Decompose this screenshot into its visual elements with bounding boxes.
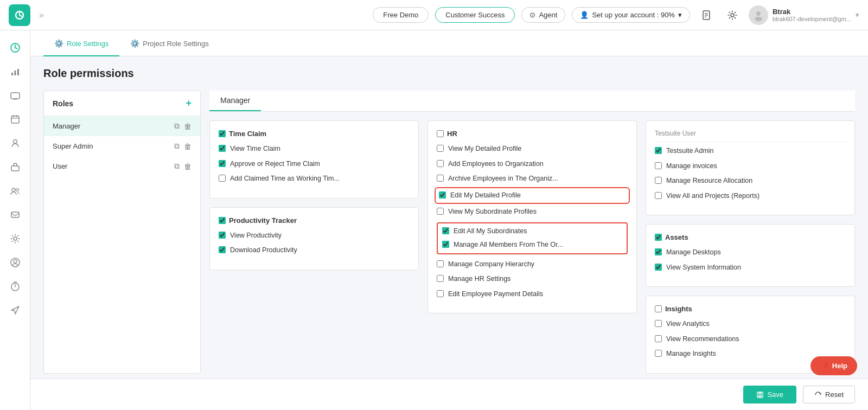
perm-add-claimed-time: Add Claimed Time as Working Tim... (219, 174, 410, 184)
sidebar-item-user-circle[interactable] (4, 252, 26, 273)
view-detailed-profile-checkbox[interactable] (437, 145, 444, 152)
reset-button[interactable]: Reset (803, 386, 855, 403)
perm-add-employees: Add Employees to Organization (437, 159, 628, 169)
svg-point-30 (14, 260, 17, 263)
download-productivity-checkbox[interactable] (219, 246, 226, 253)
main-layout: ⚙️ Role Settings ⚙️ Project Role Setting… (0, 30, 868, 410)
manage-desktops-checkbox[interactable] (655, 248, 662, 255)
perm-view-recommendations: View Recommendations (655, 335, 846, 344)
delete-user-button[interactable]: 🗑 (184, 162, 192, 171)
manage-members-checkbox[interactable] (442, 241, 449, 248)
edit-subordinates-checkbox[interactable] (442, 227, 449, 234)
role-name-super-admin: Super Admin (53, 142, 174, 150)
hr-title: HR (447, 130, 457, 138)
hr-title-checkbox[interactable] (437, 130, 444, 137)
nav-expand-icon[interactable]: » (39, 10, 44, 20)
svg-rect-17 (11, 93, 20, 99)
archive-employees-checkbox[interactable] (437, 175, 444, 182)
view-recommendations-checkbox[interactable] (655, 335, 662, 342)
sidebar-item-tv[interactable] (4, 85, 26, 106)
settings-gear-button[interactable] (723, 5, 742, 25)
app-logo[interactable] (9, 4, 30, 26)
sidebar-item-settings[interactable] (4, 228, 26, 249)
view-subordinate-checkbox[interactable] (437, 208, 444, 215)
view-system-info-checkbox[interactable] (655, 264, 662, 271)
view-analytics-checkbox[interactable] (655, 320, 662, 327)
manage-insights-checkbox[interactable] (655, 350, 662, 357)
svg-rect-14 (11, 73, 13, 75)
role-item-manager[interactable]: Manager ⧉ 🗑 (44, 116, 200, 136)
view-recommendations-label: View Recommendations (666, 335, 739, 344)
svg-rect-35 (758, 392, 762, 394)
role-name-user: User (53, 162, 174, 170)
view-all-projects-checkbox[interactable] (655, 192, 662, 199)
edit-payment-label: Edit Employee Payment Details (448, 290, 543, 299)
manage-invoices-checkbox[interactable] (655, 162, 662, 169)
insights-title-checkbox[interactable] (655, 305, 662, 312)
manage-insights-label: Manage Insights (666, 349, 716, 359)
sidebar-item-timer[interactable] (4, 276, 26, 297)
sidebar-item-clock[interactable] (4, 37, 26, 59)
edit-detailed-profile-checkbox[interactable] (439, 191, 446, 198)
delete-super-admin-button[interactable]: 🗑 (184, 142, 192, 151)
delete-manager-button[interactable]: 🗑 (184, 121, 192, 131)
manage-hierarchy-checkbox[interactable] (437, 260, 444, 267)
help-button[interactable]: ❓ Help (810, 356, 857, 375)
customer-success-button[interactable]: Customer Success (435, 7, 515, 23)
sidebar-item-calendar[interactable] (4, 108, 26, 130)
tab-project-role-settings[interactable]: ⚙️ Project Role Settings (119, 30, 219, 56)
roles-title: Roles (53, 99, 73, 108)
assets-title: Assets (665, 233, 688, 241)
approve-time-claim-checkbox[interactable] (219, 160, 226, 167)
copy-super-admin-button[interactable]: ⧉ (174, 142, 180, 151)
archive-employees-label: Archive Employees in The Organiz... (448, 174, 558, 184)
sidebar-item-mail[interactable] (4, 204, 26, 226)
testsuite-partial-label: Testsuite User (655, 130, 846, 137)
perm-download-productivity: Download Productivity (219, 246, 410, 255)
user-menu[interactable]: Btrak btrak607-development@gm... ▾ (749, 5, 859, 25)
assets-title-checkbox[interactable] (655, 234, 662, 241)
add-claimed-time-label: Add Claimed Time as Working Tim... (230, 174, 340, 184)
user-name: Btrak (773, 8, 851, 16)
sidebar-item-person[interactable] (4, 132, 26, 154)
sidebar-item-send[interactable] (4, 299, 26, 321)
time-claim-title-checkbox[interactable] (219, 130, 226, 137)
perm-manage-desktops: Manage Desktops (655, 248, 846, 258)
svg-rect-27 (11, 212, 19, 217)
role-item-super-admin[interactable]: Super Admin ⧉ 🗑 (44, 136, 200, 156)
document-icon-button[interactable] (697, 5, 716, 25)
add-employees-checkbox[interactable] (437, 160, 444, 167)
view-productivity-checkbox[interactable] (219, 232, 226, 239)
manage-resource-checkbox[interactable] (655, 177, 662, 184)
add-employees-label: Add Employees to Organization (448, 159, 544, 169)
svg-point-26 (16, 189, 18, 191)
add-role-button[interactable]: + (186, 98, 192, 109)
roles-panel: Roles + Manager ⧉ 🗑 Super Admin ⧉ (43, 91, 201, 374)
user-email: btrak607-development@gm... (773, 16, 851, 22)
productivity-title-checkbox[interactable] (219, 217, 226, 224)
role-item-user[interactable]: User ⧉ 🗑 (44, 156, 200, 176)
manage-hr-settings-checkbox[interactable] (437, 275, 444, 282)
col2: HR View My Detailed Profile Add Employee… (427, 120, 637, 374)
copy-user-button[interactable]: ⧉ (174, 162, 180, 171)
free-demo-button[interactable]: Free Demo (373, 7, 429, 23)
save-button[interactable]: Save (743, 386, 796, 403)
view-detailed-profile-label: View My Detailed Profile (448, 144, 521, 154)
tab-role-settings[interactable]: ⚙️ Role Settings (43, 30, 119, 56)
sidebar-item-briefcase[interactable] (4, 156, 26, 178)
add-claimed-time-checkbox[interactable] (219, 175, 226, 182)
agent-button[interactable]: ⊙ Agent (521, 7, 565, 23)
copy-manager-button[interactable]: ⧉ (174, 121, 180, 131)
view-subordinate-label: View My Subordinate Profiles (448, 207, 537, 217)
view-time-claim-checkbox[interactable] (219, 145, 226, 152)
manager-tab[interactable]: Manager (209, 91, 261, 111)
view-analytics-label: View Analytics (666, 319, 710, 329)
edit-payment-checkbox[interactable] (437, 290, 444, 297)
testsuite-admin-checkbox[interactable] (655, 147, 662, 154)
perm-edit-subordinates: Edit All My Subordinates (442, 227, 622, 236)
sidebar-item-team[interactable] (4, 180, 26, 202)
setup-button[interactable]: 👤 Set up your account : 90% ▾ (572, 7, 690, 23)
sidebar-item-chart[interactable] (4, 61, 26, 82)
view-productivity-label: View Productivity (230, 231, 282, 241)
tab-bar: ⚙️ Role Settings ⚙️ Project Role Setting… (30, 30, 868, 56)
